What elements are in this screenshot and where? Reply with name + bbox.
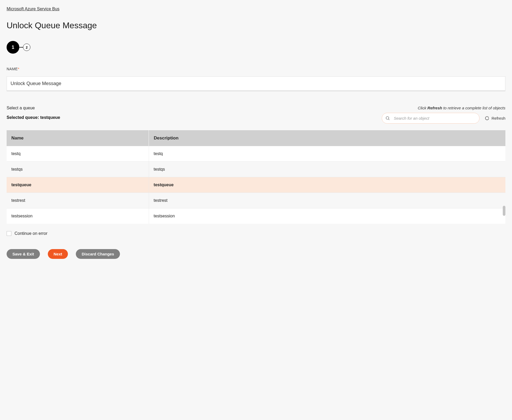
cell-name: testq	[7, 146, 149, 162]
stepper: 1 2	[7, 41, 505, 54]
save-exit-button[interactable]: Save & Exit	[7, 249, 40, 259]
name-label: NAME*	[7, 67, 505, 71]
cell-description: testq	[149, 146, 505, 162]
table-row[interactable]: testsessiontestsession	[7, 208, 505, 224]
name-label-text: NAME	[7, 67, 18, 71]
step-connector	[19, 47, 23, 48]
select-queue-label: Select a queue	[7, 106, 60, 110]
refresh-label: Refresh	[491, 116, 505, 120]
table-row[interactable]: testqtestq	[7, 146, 505, 162]
selected-queue-label: Selected queue: testqueue	[7, 115, 60, 120]
table-row[interactable]: testresttestrest	[7, 193, 505, 208]
col-name[interactable]: Name	[7, 130, 149, 146]
search-icon	[385, 116, 390, 121]
refresh-hint: Click Refresh to retrieve a complete lis…	[418, 106, 505, 110]
next-button[interactable]: Next	[48, 249, 68, 259]
continue-on-error-label: Continue on error	[15, 231, 48, 236]
refresh-hint-suffix: to retrieve a complete list of objects	[442, 106, 505, 110]
step-2[interactable]: 2	[23, 44, 30, 51]
table-row[interactable]: testqueuetestqueue	[7, 177, 505, 193]
search-input[interactable]	[382, 113, 480, 124]
svg-point-0	[386, 116, 389, 119]
cell-name: testsession	[7, 208, 149, 224]
search-wrap	[382, 113, 480, 124]
selected-queue-value: testqueue	[40, 115, 60, 120]
svg-line-1	[389, 119, 390, 120]
selected-queue-prefix: Selected queue:	[7, 115, 40, 120]
continue-on-error-checkbox[interactable]	[7, 231, 11, 236]
refresh-icon	[485, 116, 489, 120]
breadcrumb-link[interactable]: Microsoft Azure Service Bus	[7, 7, 59, 11]
step-1[interactable]: 1	[7, 41, 19, 54]
cell-description: testrest	[149, 193, 505, 208]
table-row[interactable]: testqstestqs	[7, 162, 505, 177]
cell-name: testqueue	[7, 177, 149, 193]
refresh-hint-prefix: Click	[418, 106, 427, 110]
page-title: Unlock Queue Message	[7, 21, 505, 30]
queue-table: Name Description testqtestqtestqstestqst…	[7, 130, 505, 224]
scrollbar[interactable]	[502, 147, 506, 224]
cell-description: testsession	[149, 208, 505, 224]
col-description[interactable]: Description	[149, 130, 505, 146]
cell-name: testqs	[7, 162, 149, 177]
cell-name: testrest	[7, 193, 149, 208]
required-marker: *	[18, 67, 19, 71]
refresh-hint-bold: Refresh	[427, 106, 442, 110]
cell-description: testqueue	[149, 177, 505, 193]
name-input[interactable]	[7, 76, 505, 91]
cell-description: testqs	[149, 162, 505, 177]
refresh-button[interactable]: Refresh	[485, 116, 505, 120]
discard-button[interactable]: Discard Changes	[76, 249, 120, 259]
scrollbar-thumb[interactable]	[503, 206, 505, 216]
